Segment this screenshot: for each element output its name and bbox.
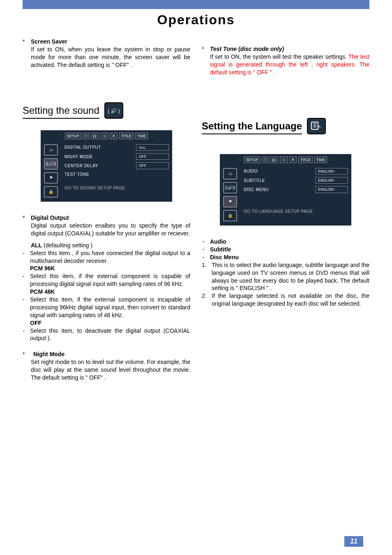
osd-label: DIGITAL OUTPUT — [65, 145, 136, 150]
speaker-icon: ((🔊)) — [44, 158, 58, 170]
osd-tab: TIME — [314, 157, 327, 163]
osd-value: ALL — [136, 144, 169, 151]
speaker-icon: ((🔊)) — [223, 182, 237, 193]
osd-value: ENGLISH — [315, 186, 348, 193]
all-label: ALL — [31, 242, 42, 249]
osd-value: OFF — [136, 153, 169, 160]
osd-tab: ⫿⫿ — [270, 157, 278, 163]
osd-tab: TIME — [135, 133, 148, 139]
lock-icon: 🔒 — [44, 186, 58, 198]
pcm96-label: PCM 96K — [30, 265, 190, 272]
osd-tab: □ — [262, 157, 268, 163]
num-bullet: 1. — [202, 261, 212, 292]
dash-bullet: - — [23, 249, 30, 273]
digital-output-intro: Digital output selection enalbes you to … — [31, 222, 190, 237]
osd-footer: GO TO LANGUAGE SETUP PAGE — [244, 209, 348, 214]
dash-bullet: - — [203, 238, 210, 246]
osd-tab: ✕ — [110, 133, 118, 139]
dash-bullet: - — [23, 272, 30, 296]
bullet-star: * — [23, 38, 31, 69]
page-title: Operations — [0, 12, 392, 28]
arrow-right-icon: → — [329, 157, 333, 163]
tv-icon: ▭ — [223, 168, 237, 180]
osd-label: TEST TONE — [65, 172, 169, 177]
test-tone-heading: Test Tone (disc mode only) — [210, 45, 369, 53]
osd-tab: TITLE — [119, 133, 134, 139]
night-mode-body: Set night mode to on to level out the vo… — [31, 358, 190, 382]
dash-bullet: - — [23, 327, 30, 343]
header-bar — [23, 0, 369, 9]
list-audio: Audio — [210, 238, 226, 246]
osd-tab: ☺ — [101, 133, 108, 139]
left-column: * Screen Saver If set to ON, when you le… — [23, 38, 190, 382]
all-suffix: (defaulting setting ) — [42, 242, 92, 249]
list-subtitle: Subtitle — [210, 246, 231, 253]
sound-osd: ← SETUP □ ⫿⫿ ☺ ✕ TITLE TIME → ▭ ((🔊)) ⚑ … — [41, 130, 172, 202]
pcm96-body: Select this item, if the external compon… — [30, 273, 190, 287]
night-mode-heading: Night Mode — [31, 350, 190, 358]
lang-icon: ⚑ — [223, 196, 237, 207]
osd-label: AUDIO — [244, 168, 315, 174]
screen-saver-heading: Screen Saver — [31, 38, 190, 46]
osd-label: NIGHT MODE — [65, 154, 136, 160]
list-discmenu: Disc Menu — [210, 253, 239, 261]
setting-sound-heading: Setting the sound — [23, 104, 99, 119]
osd-label: DISC MENU — [244, 187, 315, 193]
bullet-star: * — [202, 45, 210, 76]
screen-saver-body: If set to ON, when you leave the system … — [31, 46, 190, 69]
osd-value: OFF — [136, 162, 169, 169]
tv-icon: ▭ — [44, 144, 58, 156]
arrow-left-icon: ← — [238, 157, 242, 163]
num-bullet: 2. — [202, 292, 212, 308]
osd-footer: GO TO SOUND SETUP PAGE — [65, 185, 169, 191]
osd-tab: ⫿⫿ — [91, 133, 99, 139]
osd-value: ENGLISH — [315, 168, 348, 175]
test-tone-body: If set to ON, the system will test the s… — [210, 53, 369, 76]
pcm48-body: Select this item, if the external compon… — [30, 296, 190, 318]
right-column: * Test Tone (disc mode only) If set to O… — [202, 38, 369, 382]
bullet-star: * — [23, 214, 31, 249]
osd-value: ENGLISH — [315, 177, 348, 184]
svg-rect-1 — [311, 122, 318, 129]
osd-tab: ✕ — [289, 157, 297, 163]
lang-icon: ⚑ — [44, 172, 58, 184]
dash-bullet: - — [203, 253, 210, 261]
all-body: Select this item , if you have connected… — [30, 250, 190, 264]
osd-label: CENTER DELAY — [65, 163, 136, 169]
language-icon — [307, 118, 326, 134]
svg-text:((( 🔊 ))): ((( 🔊 ))) — [108, 108, 120, 114]
dash-bullet: - — [203, 246, 210, 253]
pcm48-label: PCM 48K — [30, 288, 190, 296]
lang-note-1: This is to select the audio language, su… — [212, 261, 369, 292]
lock-icon: 🔒 — [223, 210, 237, 221]
osd-label: SUBTITLE — [244, 178, 315, 184]
bullet-star: * — [23, 350, 31, 382]
osd-tab: □ — [83, 133, 89, 139]
speaker-icon: ((( 🔊 ))) — [104, 102, 123, 119]
setting-language-heading: Setting the Language — [202, 120, 302, 134]
language-osd: ← SETUP □ ⫿⫿ ☺ ✕ TITLE TIME → ▭ ((🔊)) ⚑ … — [220, 154, 351, 226]
osd-tab: ☺ — [280, 157, 288, 163]
arrow-left-icon: ← — [59, 133, 63, 139]
osd-tab: TITLE — [298, 157, 313, 163]
arrow-right-icon: → — [150, 133, 154, 139]
off-body: Select this item, to deactivate the digi… — [30, 327, 190, 343]
off-label: OFF — [30, 319, 190, 327]
osd-tab: SETUP — [244, 157, 261, 163]
page-number: 11 — [344, 536, 363, 547]
lang-note-2: If the language selected is not availabl… — [212, 292, 369, 308]
dash-bullet: - — [23, 296, 30, 327]
osd-tab: SETUP — [65, 133, 81, 139]
osd-tabs: ← SETUP □ ⫿⫿ ☺ ✕ TITLE TIME → — [41, 130, 172, 142]
osd-tabs: ← SETUP □ ⫿⫿ ☺ ✕ TITLE TIME → — [220, 154, 351, 166]
digital-output-heading: Digital Output — [31, 214, 190, 222]
